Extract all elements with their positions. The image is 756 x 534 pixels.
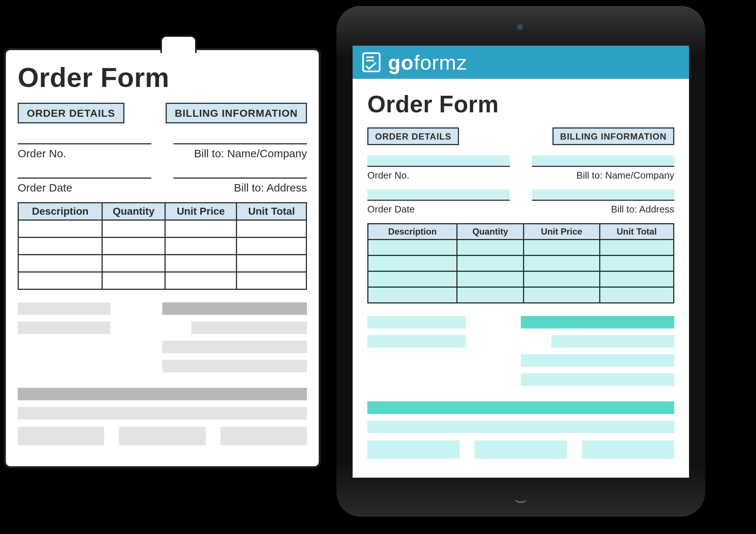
paper-form: Order Form ORDER DETAILS BILLING INFORMA… (4, 48, 321, 468)
table-row[interactable] (368, 287, 674, 303)
col-quantity: Quantity (102, 203, 165, 220)
clipboard-clip (160, 35, 197, 53)
table-row (18, 220, 307, 238)
digital-form-screen: goformz Order Form ORDER DETAILS BILLING… (353, 46, 689, 478)
placeholder-blocks (367, 316, 674, 459)
home-button-icon[interactable]: ⌣ (506, 487, 536, 511)
illustration-paper-vs-digital: Order Form ORDER DETAILS BILLING INFORMA… (0, 0, 756, 534)
field-bill-to-address: Bill to: Address (173, 168, 307, 194)
svg-rect-0 (363, 53, 380, 71)
tablet-device: goformz Order Form ORDER DETAILS BILLING… (335, 4, 707, 518)
field-bill-to-name[interactable]: Bill to: Name/Company (532, 155, 674, 181)
billing-info-tag: BILLING INFORMATION (166, 103, 307, 123)
order-details-tag: ORDER DETAILS (367, 127, 459, 145)
field-bill-to-address[interactable]: Bill to: Address (532, 189, 674, 215)
col-quantity: Quantity (457, 224, 524, 240)
billing-info-tag: BILLING INFORMATION (552, 127, 674, 145)
brand-wordmark: goformz (388, 50, 467, 74)
field-order-no[interactable]: Order No. (367, 155, 510, 181)
app-brand-bar: goformz (353, 46, 689, 79)
field-label: Bill to: Address (173, 182, 307, 194)
field-label: Order No. (18, 147, 151, 160)
placeholder-blocks (18, 302, 307, 445)
camera-icon (516, 24, 525, 32)
col-description: Description (368, 224, 457, 240)
col-unit-price: Unit Price (523, 224, 600, 240)
field-label: Bill to: Name/Company (173, 147, 307, 160)
table-row (18, 272, 307, 289)
line-items-table: Description Quantity Unit Price Unit Tot… (18, 202, 307, 290)
field-label: Order No. (367, 170, 510, 181)
section-tags: ORDER DETAILS BILLING INFORMATION (367, 127, 674, 145)
form-title: Order Form (18, 62, 307, 93)
table-row[interactable] (368, 240, 674, 256)
form-title: Order Form (367, 91, 674, 118)
table-row[interactable] (368, 256, 674, 271)
col-unit-total: Unit Total (237, 203, 307, 220)
field-bill-to-name: Bill to: Name/Company (173, 134, 307, 160)
col-description: Description (18, 203, 102, 220)
goformz-logo-icon (361, 52, 381, 72)
field-order-date: Order Date (18, 168, 151, 194)
field-label: Order Date (367, 204, 510, 215)
table-row (18, 238, 307, 255)
table-row (18, 255, 307, 272)
col-unit-total: Unit Total (600, 224, 674, 240)
field-label: Order Date (18, 182, 151, 194)
field-order-no: Order No. (18, 134, 151, 160)
order-details-tag: ORDER DETAILS (18, 103, 124, 123)
field-label: Bill to: Address (532, 204, 674, 215)
line-items-table[interactable]: Description Quantity Unit Price Unit Tot… (367, 223, 674, 303)
field-order-date[interactable]: Order Date (367, 189, 510, 215)
col-unit-price: Unit Price (165, 203, 237, 220)
table-row[interactable] (368, 271, 674, 287)
field-label: Bill to: Name/Company (532, 170, 674, 181)
section-tags: ORDER DETAILS BILLING INFORMATION (18, 103, 307, 123)
